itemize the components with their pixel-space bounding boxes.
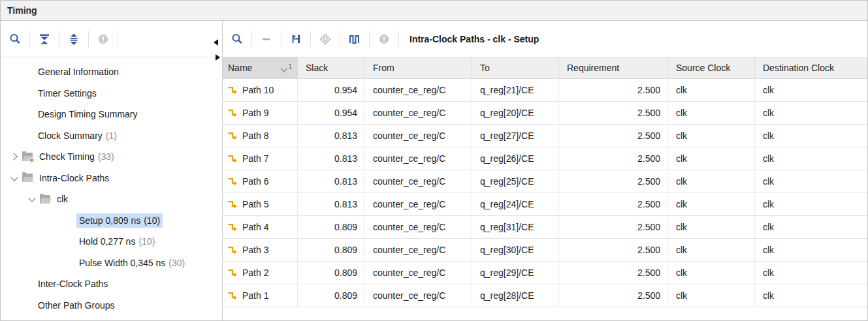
collapse-all-icon[interactable] bbox=[35, 30, 54, 48]
column-header-destination-clock[interactable]: Destination Clock bbox=[755, 57, 867, 78]
column-header-to[interactable]: To bbox=[472, 57, 559, 78]
toolbar-divider bbox=[398, 31, 399, 48]
toolbar-divider bbox=[118, 31, 118, 48]
tree-item[interactable]: clk bbox=[1, 189, 222, 210]
report-timing-icon[interactable] bbox=[287, 30, 305, 48]
column-header-requirement[interactable]: Requirement bbox=[559, 57, 668, 78]
cell-name: Path 7 bbox=[223, 147, 298, 170]
tree-item-label: Inter-Clock Paths bbox=[38, 279, 108, 289]
table-row[interactable]: Path 1 0.809 counter_ce_reg/C q_reg[28]/… bbox=[223, 284, 867, 307]
cell-name: Path 3 bbox=[223, 239, 298, 261]
main-split: General Information Timer Settings Desig… bbox=[1, 21, 867, 321]
cell-destination-clock: clk bbox=[755, 284, 867, 307]
tree-item[interactable]: Other Path Groups bbox=[1, 295, 222, 316]
table-row[interactable]: Path 9 0.954 counter_ce_reg/C q_reg[20]/… bbox=[223, 102, 867, 125]
toolbar-divider bbox=[59, 31, 59, 48]
cell-requirement: 2.500 bbox=[559, 262, 668, 284]
panel-titlebar: Timing bbox=[1, 1, 867, 21]
cell-destination-clock: clk bbox=[755, 102, 867, 124]
cell-to: q_reg[28]/CE bbox=[472, 284, 559, 307]
tree-item[interactable]: Intra-Clock Paths bbox=[1, 168, 222, 189]
sort-indicator: 1 bbox=[281, 65, 292, 72]
cell-name: Path 8 bbox=[223, 125, 298, 147]
tree-item[interactable]: Timer Settings bbox=[1, 83, 222, 104]
table-row[interactable]: Path 6 0.813 counter_ce_reg/C q_reg[25]/… bbox=[223, 170, 867, 193]
tree-item[interactable]: Hold 0,277 ns(10) bbox=[1, 231, 222, 252]
table-row[interactable]: Path 8 0.813 counter_ce_reg/C q_reg[27]/… bbox=[223, 125, 867, 147]
timing-window: Timing bbox=[0, 0, 868, 321]
paths-table-body: Path 10 0.954 counter_ce_reg/C q_reg[21]… bbox=[223, 79, 867, 321]
tree-item-label: General Information bbox=[38, 67, 119, 77]
table-row[interactable]: Path 7 0.813 counter_ce_reg/C q_reg[26]/… bbox=[223, 147, 867, 170]
table-row[interactable]: Path 4 0.809 counter_ce_reg/C q_reg[31]/… bbox=[223, 216, 867, 239]
cell-from: counter_ce_reg/C bbox=[365, 147, 472, 170]
tree-item[interactable]: Design Timing Summary bbox=[1, 104, 222, 125]
cell-from: counter_ce_reg/C bbox=[365, 193, 472, 215]
table-row[interactable]: Path 10 0.954 counter_ce_reg/C q_reg[21]… bbox=[223, 79, 867, 102]
cell-name-text: Path 3 bbox=[242, 245, 268, 255]
tree-item-label: Check Timing bbox=[39, 151, 95, 162]
cell-requirement: 2.500 bbox=[559, 239, 668, 261]
cell-name-text: Path 10 bbox=[242, 85, 274, 95]
folder-icon bbox=[22, 153, 33, 161]
cell-name: Path 4 bbox=[223, 216, 298, 238]
cell-source-clock: clk bbox=[668, 125, 755, 147]
expander-icon[interactable] bbox=[11, 175, 18, 181]
cell-destination-clock: clk bbox=[755, 262, 867, 284]
timing-tree: General Information Timer Settings Desig… bbox=[1, 57, 222, 321]
cell-requirement: 2.500 bbox=[559, 147, 668, 170]
tree-item[interactable]: Setup 0,809 ns(10) bbox=[1, 210, 222, 232]
splitter-collapse-left-icon[interactable] bbox=[214, 39, 218, 46]
cell-name: Path 6 bbox=[223, 170, 298, 192]
toolbar-divider bbox=[369, 31, 370, 48]
column-header-from[interactable]: From bbox=[365, 57, 472, 78]
cell-from: counter_ce_reg/C bbox=[365, 262, 472, 284]
path-icon bbox=[227, 222, 238, 232]
cell-from: counter_ce_reg/C bbox=[365, 170, 472, 192]
tree-item[interactable]: General Information bbox=[1, 61, 222, 83]
cell-to: q_reg[26]/CE bbox=[472, 147, 559, 170]
splitter-collapse-right-icon[interactable] bbox=[216, 54, 220, 61]
tree-item[interactable]: Inter-Clock Paths bbox=[1, 273, 222, 295]
tree-item[interactable]: Check Timing(33) bbox=[1, 146, 222, 168]
remove-icon bbox=[257, 30, 276, 48]
cell-from: counter_ce_reg/C bbox=[365, 216, 472, 238]
path-icon bbox=[227, 199, 238, 209]
search-icon[interactable] bbox=[228, 30, 246, 48]
folder-icon bbox=[22, 174, 33, 182]
column-header-source-clock[interactable]: Source Clock bbox=[668, 57, 755, 78]
table-row[interactable]: Path 3 0.809 counter_ce_reg/C q_reg[30]/… bbox=[223, 239, 867, 262]
cell-name-text: Path 1 bbox=[242, 290, 268, 301]
table-row[interactable]: Path 5 0.813 counter_ce_reg/C q_reg[24]/… bbox=[223, 193, 867, 216]
cell-source-clock: clk bbox=[668, 239, 755, 261]
cell-name-text: Path 2 bbox=[242, 268, 268, 278]
cell-slack: 0.809 bbox=[298, 216, 365, 238]
cell-slack: 0.813 bbox=[298, 193, 365, 215]
right-toolbar: Intra-Clock Paths - clk - Setup bbox=[223, 21, 867, 57]
column-header-name[interactable]: Name 1 bbox=[223, 57, 298, 78]
path-icon bbox=[227, 153, 238, 164]
cell-requirement: 2.500 bbox=[559, 79, 668, 101]
tree-item-label: Hold 0,277 ns bbox=[79, 236, 135, 247]
panel-title: Timing bbox=[7, 5, 37, 16]
tree-item[interactable]: Clock Summary(1) bbox=[1, 125, 222, 147]
column-header-slack[interactable]: Slack bbox=[298, 57, 365, 78]
tree-item[interactable]: Pulse Width 0,345 ns(30) bbox=[1, 252, 222, 274]
expander-icon[interactable] bbox=[11, 153, 18, 160]
waveform-icon[interactable] bbox=[346, 30, 364, 48]
cell-to: q_reg[31]/CE bbox=[472, 216, 559, 238]
cell-slack: 0.809 bbox=[298, 284, 365, 307]
expand-all-icon[interactable] bbox=[65, 30, 83, 48]
table-row[interactable]: Path 2 0.809 counter_ce_reg/C q_reg[29]/… bbox=[223, 262, 867, 284]
path-icon bbox=[227, 245, 238, 255]
expander-icon[interactable] bbox=[29, 196, 35, 202]
warnings-icon bbox=[94, 30, 112, 48]
cell-slack: 0.813 bbox=[298, 147, 365, 170]
toolbar-divider bbox=[251, 31, 252, 48]
cell-slack: 0.813 bbox=[298, 170, 365, 192]
search-icon[interactable] bbox=[6, 30, 24, 48]
cell-source-clock: clk bbox=[668, 170, 755, 192]
cell-source-clock: clk bbox=[668, 262, 755, 284]
toolbar-divider bbox=[29, 31, 30, 48]
toolbar-divider bbox=[310, 31, 311, 48]
